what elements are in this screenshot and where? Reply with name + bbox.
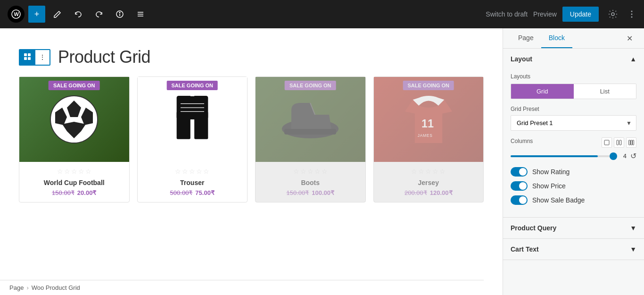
columns-slider-thumb[interactable]: [610, 152, 617, 160]
show-rating-row: Show Rating: [511, 167, 636, 177]
svg-point-28: [282, 119, 339, 138]
svg-text:W: W: [14, 11, 19, 17]
star: ☆: [196, 168, 202, 175]
sidebar-close-button[interactable]: ✕: [623, 28, 636, 48]
star: ☆: [418, 168, 424, 175]
star: ☆: [307, 168, 314, 175]
star: ☆: [300, 168, 306, 175]
grid-preset-label: Grid Preset: [511, 106, 636, 112]
layout-collapse-icon: ▲: [630, 55, 636, 63]
product-info: ☆☆☆☆☆ Boots 150.00₹ 100.00₹: [256, 162, 365, 202]
product-info: ☆☆☆☆☆ World Cup Football 150.00₹ 20.00₹: [19, 162, 129, 202]
show-rating-toggle[interactable]: [511, 167, 528, 177]
show-price-row: Show Price: [511, 181, 636, 191]
show-price-toggle[interactable]: [511, 181, 528, 191]
star-rating: ☆☆☆☆☆: [141, 168, 244, 175]
svg-point-4: [119, 12, 120, 13]
product-query-section: Product Query ▼: [503, 218, 644, 239]
star: ☆: [85, 168, 91, 175]
cart-text-title: Cart Text: [511, 245, 539, 253]
product-name: Trouser: [141, 179, 244, 186]
block-grid-icon[interactable]: [20, 50, 35, 65]
product-image: [256, 77, 365, 162]
star: ☆: [203, 168, 209, 175]
tab-page[interactable]: Page: [511, 28, 541, 48]
layout-grid-button[interactable]: Grid: [511, 84, 574, 99]
columns-slider-fill: [511, 155, 598, 157]
columns-slider-track: [511, 155, 613, 157]
star-rating: ☆☆☆☆☆: [378, 168, 480, 175]
columns-reset-button[interactable]: ↺: [630, 152, 636, 160]
product-query-title: Product Query: [511, 224, 556, 232]
star: ☆: [71, 168, 77, 175]
original-price: 150.00₹: [286, 189, 309, 196]
show-sale-badge-toggle[interactable]: [511, 195, 528, 205]
original-price: 200.00₹: [405, 189, 427, 196]
layout-section-header[interactable]: Layout ▲: [503, 49, 644, 69]
wp-logo: W: [8, 6, 25, 23]
sale-badge: SALE GOING ON: [403, 81, 454, 90]
columns-icons: [602, 137, 636, 148]
list-view-button[interactable]: [132, 6, 149, 23]
product-query-section-header[interactable]: Product Query ▼: [503, 218, 644, 238]
show-rating-label: Show Rating: [532, 168, 570, 176]
breadcrumb-separator: ›: [26, 284, 28, 291]
redo-button[interactable]: [91, 6, 107, 23]
layout-list-button[interactable]: List: [574, 84, 636, 99]
toolbar: W + Switch to draft: [0, 0, 644, 28]
tab-block[interactable]: Block: [541, 28, 572, 48]
product-price: 150.00₹ 20.00₹: [23, 189, 125, 196]
star-rating: ☆☆☆☆☆: [259, 168, 362, 175]
layout-section-title: Layout: [511, 55, 532, 63]
sale-price: 20.00₹: [77, 189, 97, 196]
breadcrumb-current: Woo Product Grid: [32, 284, 80, 291]
info-button[interactable]: [111, 6, 128, 23]
product-price: 500.00₹ 75.00₹: [141, 189, 244, 196]
add-block-button[interactable]: +: [28, 6, 45, 23]
star: ☆: [432, 168, 438, 175]
svg-rect-37: [633, 140, 634, 145]
more-options-button[interactable]: [627, 9, 636, 19]
product-card: SALE GOING ON ☆☆☆☆☆ Trouser 500.00₹ 75.0…: [137, 76, 248, 202]
svg-rect-12: [24, 53, 27, 56]
breadcrumb: Page › Woo Product Grid: [0, 280, 484, 295]
grid-preset-select[interactable]: Grid Preset 1 Grid Preset 2 Grid Preset …: [511, 115, 636, 131]
update-button[interactable]: Update: [562, 7, 599, 22]
product-image-wrap: SALE GOING ON: [256, 77, 365, 162]
preview-button[interactable]: Preview: [533, 10, 557, 18]
star: ☆: [64, 168, 70, 175]
product-card: SALE GOING ON 11 JAMES ☆☆☆☆☆ Jersey 200.…: [373, 76, 484, 202]
star: ☆: [322, 168, 328, 175]
columns-slider-wrap: 4 ↺: [511, 152, 636, 160]
block-more-options[interactable]: ⋮: [35, 50, 50, 65]
undo-button[interactable]: [70, 6, 87, 23]
edit-button[interactable]: [49, 6, 66, 23]
product-name: Jersey: [378, 179, 480, 186]
svg-text:JAMES: JAMES: [417, 134, 432, 138]
product-query-expand-icon: ▼: [630, 224, 636, 232]
columns-1-icon[interactable]: [602, 137, 612, 148]
svg-rect-33: [617, 140, 619, 145]
columns-3-icon[interactable]: [626, 137, 636, 148]
svg-rect-34: [619, 140, 621, 145]
show-price-label: Show Price: [532, 182, 566, 190]
svg-text:11: 11: [421, 118, 434, 130]
svg-point-9: [631, 11, 633, 12]
svg-rect-35: [629, 140, 630, 145]
columns-2-icon[interactable]: [614, 137, 624, 148]
cart-text-section-header[interactable]: Cart Text ▼: [503, 239, 644, 260]
product-card: SALE GOING ON ☆☆☆☆☆ World Cup Football 1…: [19, 76, 130, 202]
sale-badge: SALE GOING ON: [285, 81, 336, 90]
svg-rect-36: [631, 140, 632, 145]
cart-text-section: Cart Text ▼: [503, 239, 644, 260]
svg-rect-29: [284, 129, 336, 135]
layout-section: Layout ▲ Layouts Grid List Grid Preset G…: [503, 49, 644, 218]
columns-label: Columns: [511, 138, 533, 144]
cart-text-expand-icon: ▼: [630, 245, 636, 253]
page-title: Product Grid: [58, 47, 150, 67]
layout-options: Grid List: [511, 84, 636, 99]
settings-button[interactable]: [604, 6, 621, 23]
star: ☆: [78, 168, 84, 175]
switch-to-draft-button[interactable]: Switch to draft: [486, 10, 528, 18]
svg-rect-23: [194, 111, 208, 139]
